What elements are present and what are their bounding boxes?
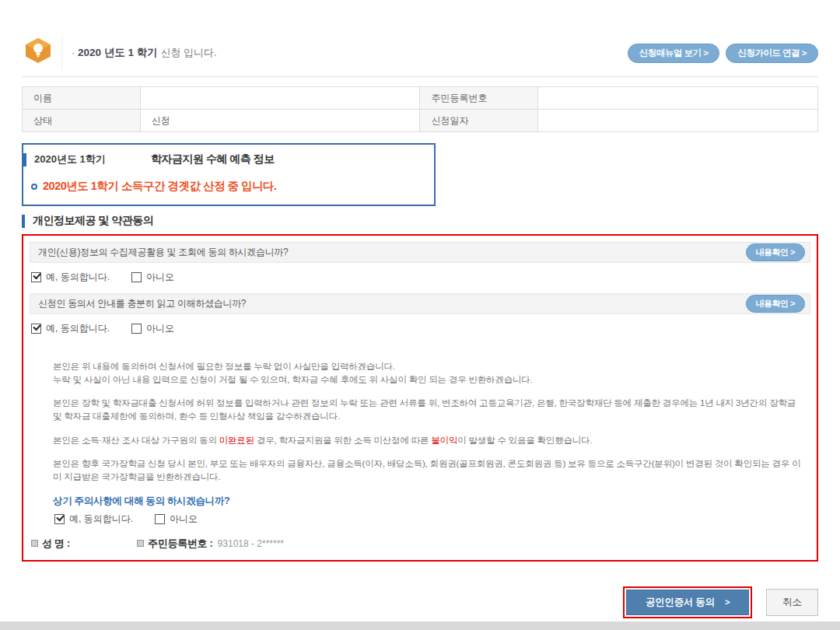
rrn-label-cell: 주민등록번호 [420, 87, 538, 110]
terms-paragraph-4: 본인은 향후 국가장학금 신청 당시 본인, 부모 또는 배우자의 금융자산, … [53, 457, 810, 483]
final-no-checkbox[interactable] [155, 514, 165, 524]
blue-bar-icon [22, 215, 25, 228]
signature-row: 성 명 : 주민등록번호 : 931018 - 2****** [31, 537, 810, 551]
cancel-button[interactable]: 취소 [766, 589, 818, 616]
consent-1-choices: 예, 동의합니다. 아니오 [30, 263, 810, 293]
terms-p3-seg3: 이 발생할 수 있음을 확인했습니다. [457, 436, 592, 445]
aid-prediction-box: 2020년도 1학기 학자금지원 수혜 예측 정보 2020년도 1학기 소득구… [22, 143, 436, 206]
consent-question-2: 신청인 동의서 안내를 충분히 읽고 이해하셨습니까? 내용확인 > [30, 293, 810, 314]
view-content-button-2[interactable]: 내용확인 > [746, 295, 805, 313]
guide-link-button[interactable]: 신청가이드 연결 > [726, 44, 818, 63]
terms-p3-seg2: 경우, 학자금지원을 위한 소득 미산정에 따른 [254, 436, 431, 445]
terms-paragraph-1: 본인은 위 내용에 동의하며 신청서에 필요한 정보를 누락 없이 사실만을 입… [53, 360, 810, 386]
page-title: · 2020 년도 1 학기 신청 입니다. [72, 46, 217, 60]
apply-date-label-cell: 신청일자 [420, 110, 538, 132]
semester-label: 2020 년도 1 학기 [78, 47, 158, 58]
terms-paragraph-2: 본인은 장학 및 학자금대출 신청서에 허위 정보를 입력하거나 관련 정보의 … [53, 397, 810, 422]
prediction-notice: 2020년도 1학기 소득구간 경곗값 산정 중 입니다. [43, 179, 277, 194]
header-buttons: 신청매뉴얼 보기 > 신청가이드 연결 > [628, 44, 818, 63]
name-field-label: 성 명 : [42, 537, 70, 551]
semester-suffix: 신청 입니다. [160, 47, 216, 58]
final-consent-choices: 예, 동의합니다. 아니오 [53, 508, 810, 529]
certificate-consent-button[interactable]: 공인인증서 동의 > [626, 590, 749, 615]
chevron-right-icon: > [725, 597, 730, 607]
manual-view-button[interactable]: 신청매뉴얼 보기 > [628, 44, 720, 63]
consent-2-yes-checkbox[interactable] [31, 324, 41, 334]
rrn-field-label: 주민등록번호 : [148, 537, 213, 551]
square-bullet-icon [31, 540, 38, 547]
prediction-title-row: 2020년도 1학기 학자금지원 수혜 예측 정보 [23, 152, 425, 166]
view-content-button-1[interactable]: 내용확인 > [746, 243, 805, 261]
final-consent-question: 상기 주의사항에 대해 동의 하시겠습니까? [53, 495, 810, 508]
terms-p1-line2: 누락 및 사실이 아닌 내용 입력으로 신청이 거절 될 수 있으며, 학자금 … [53, 375, 533, 384]
final-no-label: 아니오 [170, 513, 198, 526]
consent-2-no-checkbox[interactable] [131, 324, 142, 334]
table-row: 상태 신청 신청일자 [23, 110, 818, 132]
consent-2-choices: 예, 동의합니다. 아니오 [30, 314, 810, 345]
apply-date-value-cell [538, 110, 818, 132]
terms-p3-red1: 미완료된 [219, 436, 254, 445]
applicant-info-table: 이름 주민등록번호 상태 신청 신청일자 [22, 86, 818, 132]
prediction-semester: 2020년도 1학기 [34, 152, 151, 166]
consent-1-no-label: 아니오 [146, 271, 174, 284]
consent-1-no-checkbox[interactable] [131, 272, 142, 282]
circle-bullet-icon [31, 184, 37, 190]
final-yes-label: 예, 동의합니다. [69, 513, 133, 526]
confirm-highlight-frame: 공인인증서 동의 > [623, 586, 752, 618]
action-buttons: 공인인증서 동의 > 취소 [22, 586, 818, 621]
consent-1-yes-checkbox[interactable] [31, 272, 41, 282]
final-yes-checkbox[interactable] [54, 514, 65, 524]
footer-area [0, 621, 840, 630]
terms-p3-red2: 불이익 [431, 436, 457, 445]
terms-paragraph-3: 본인은 소득·재산 조사 대상 가구원의 동의 미완료된 경우, 학자금지원을 … [53, 434, 810, 447]
title-prefix: · [72, 47, 75, 58]
consent-question-2-text: 신청인 동의서 안내를 충분히 읽고 이해하셨습니까? [38, 297, 246, 310]
page-header: · 2020 년도 1 학기 신청 입니다. 신청매뉴얼 보기 > 신청가이드 … [22, 36, 818, 77]
terms-p1-line1: 본인은 위 내용에 동의하며 신청서에 필요한 정보를 누락 없이 사실만을 입… [53, 362, 395, 371]
prediction-notice-row: 2020년도 1학기 소득구간 경곗값 산정 중 입니다. [31, 179, 425, 194]
consent-2-no-label: 아니오 [146, 322, 174, 335]
certificate-consent-label: 공인인증서 동의 [646, 597, 715, 607]
consent-question-1: 개인(신용)정보의 수집제공활용 및 조회에 동의 하시겠습니까? 내용확인 > [30, 242, 810, 263]
main-content: · 2020 년도 1 학기 신청 입니다. 신청매뉴얼 보기 > 신청가이드 … [0, 0, 840, 621]
section-title: 개인정보제공 및 약관동의 [33, 214, 153, 228]
consent-terms-text: 본인은 위 내용에 동의하며 신청서에 필요한 정보를 누락 없이 사실만을 입… [53, 360, 810, 484]
terms-p3-seg1: 본인은 소득·재산 조사 대상 가구원의 동의 [53, 436, 219, 445]
rrn-field-value: 931018 - 2****** [218, 538, 284, 549]
consent-2-yes-label: 예, 동의합니다. [46, 322, 110, 335]
consent-question-1-text: 개인(신용)정보의 수집제공활용 및 조회에 동의 하시겠습니까? [38, 246, 288, 259]
consent-box: 개인(신용)정보의 수집제공활용 및 조회에 동의 하시겠습니까? 내용확인 >… [22, 234, 818, 562]
blue-bar-icon [23, 153, 26, 166]
section-title-row: 개인정보제공 및 약관동의 [22, 214, 818, 228]
name-label-cell: 이름 [23, 87, 141, 110]
lightbulb-icon [22, 36, 62, 70]
status-value-cell: 신청 [140, 110, 420, 132]
consent-1-yes-label: 예, 동의합니다. [46, 271, 110, 284]
table-row: 이름 주민등록번호 [23, 87, 818, 110]
status-label-cell: 상태 [23, 110, 141, 132]
rrn-value-cell [538, 87, 818, 110]
prediction-title: 학자금지원 수혜 예측 정보 [151, 152, 275, 166]
square-bullet-icon [137, 540, 144, 547]
name-value-cell [140, 87, 420, 110]
